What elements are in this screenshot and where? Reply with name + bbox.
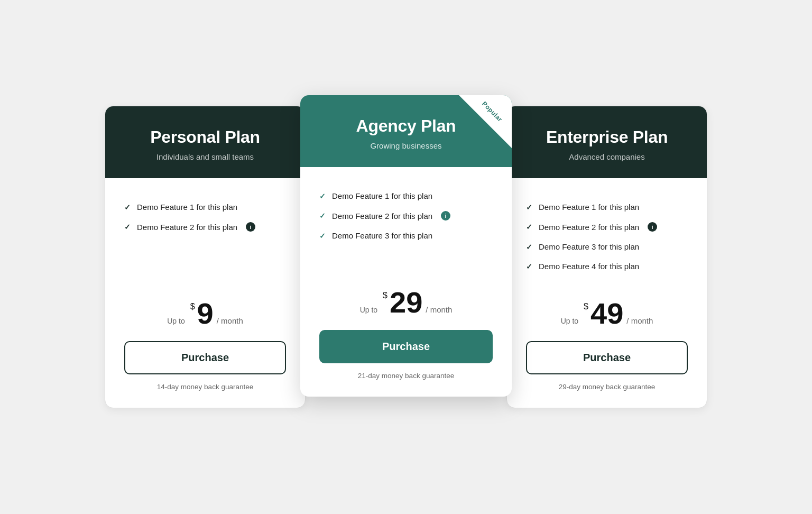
plan-card-personal: Personal PlanIndividuals and small teams… (105, 106, 306, 408)
price-period: / month (426, 305, 452, 314)
pricing-section: Up to$49/ month (526, 299, 688, 328)
price-label: Up to (360, 306, 377, 314)
price-amount: 49 (590, 299, 623, 328)
feature-text: Demo Feature 2 for this plan (539, 223, 639, 232)
plan-subtitle: Individuals and small teams (124, 152, 286, 161)
plan-header-enterprise: Enterprise PlanAdvanced companies (507, 106, 707, 178)
feature-item: ✓Demo Feature 4 for this plan (526, 256, 688, 276)
pricing-section: Up to$9/ month (124, 299, 286, 328)
feature-text: Demo Feature 3 for this plan (332, 231, 432, 240)
info-icon[interactable]: i (441, 211, 450, 221)
check-icon: ✓ (526, 203, 532, 212)
pricing-section: Up to$29/ month (319, 288, 493, 317)
features-list: ✓Demo Feature 1 for this plan✓Demo Featu… (526, 197, 688, 282)
feature-text: Demo Feature 1 for this plan (332, 191, 432, 200)
plan-body-personal: ✓Demo Feature 1 for this plan✓Demo Featu… (105, 178, 305, 408)
plan-title: Enterprise Plan (526, 127, 688, 147)
money-back-guarantee: 14-day money back guarantee (124, 383, 286, 391)
feature-text: Demo Feature 4 for this plan (539, 262, 639, 271)
purchase-button-personal[interactable]: Purchase (124, 341, 286, 374)
plan-card-enterprise: Enterprise PlanAdvanced companies✓Demo F… (506, 106, 707, 408)
price-currency: $ (383, 291, 387, 300)
check-icon: ✓ (124, 223, 131, 231)
price-currency: $ (584, 302, 588, 311)
feature-text: Demo Feature 1 for this plan (137, 203, 237, 212)
pricing-wrapper: Personal PlanIndividuals and small teams… (73, 85, 739, 429)
plan-title: Personal Plan (124, 127, 286, 147)
feature-text: Demo Feature 2 for this plan (137, 223, 237, 232)
feature-item: ✓Demo Feature 2 for this plani (526, 217, 688, 237)
feature-text: Demo Feature 2 for this plan (332, 212, 432, 221)
info-icon[interactable]: i (246, 222, 255, 232)
price-period: / month (626, 316, 653, 325)
feature-item: ✓Demo Feature 2 for this plani (124, 217, 286, 237)
features-list: ✓Demo Feature 1 for this plan✓Demo Featu… (124, 197, 286, 282)
price-period: / month (217, 316, 243, 325)
popular-badge: Popular (459, 95, 512, 148)
feature-text: Demo Feature 3 for this plan (539, 242, 639, 251)
purchase-button-agency[interactable]: Purchase (319, 330, 493, 363)
money-back-guarantee: 21-day money back guarantee (319, 372, 493, 380)
price-amount: 29 (390, 288, 422, 317)
price-label: Up to (167, 317, 184, 325)
info-icon[interactable]: i (648, 222, 657, 232)
money-back-guarantee: 29-day money back guarantee (526, 383, 688, 391)
check-icon: ✓ (319, 232, 326, 240)
check-icon: ✓ (124, 203, 131, 212)
feature-text: Demo Feature 1 for this plan (539, 203, 639, 212)
feature-item: ✓Demo Feature 2 for this plani (319, 206, 493, 226)
feature-item: ✓Demo Feature 1 for this plan (526, 197, 688, 217)
price-label: Up to (561, 317, 578, 325)
feature-item: ✓Demo Feature 3 for this plan (319, 226, 493, 245)
plan-header-personal: Personal PlanIndividuals and small teams (105, 106, 305, 178)
plan-body-agency: ✓Demo Feature 1 for this plan✓Demo Featu… (300, 167, 512, 397)
purchase-button-enterprise[interactable]: Purchase (526, 341, 688, 374)
check-icon: ✓ (319, 212, 326, 220)
price-currency: $ (190, 302, 195, 311)
popular-badge-text: Popular (473, 95, 512, 131)
plan-card-agency: PopularAgency PlanGrowing businesses✓Dem… (300, 95, 512, 397)
feature-item: ✓Demo Feature 1 for this plan (124, 197, 286, 217)
check-icon: ✓ (526, 262, 532, 271)
check-icon: ✓ (526, 223, 532, 231)
check-icon: ✓ (526, 243, 532, 251)
feature-item: ✓Demo Feature 3 for this plan (526, 237, 688, 256)
plan-body-enterprise: ✓Demo Feature 1 for this plan✓Demo Featu… (507, 178, 707, 408)
plan-subtitle: Advanced companies (526, 152, 688, 161)
check-icon: ✓ (319, 192, 326, 200)
feature-item: ✓Demo Feature 1 for this plan (319, 186, 493, 206)
features-list: ✓Demo Feature 1 for this plan✓Demo Featu… (319, 186, 493, 271)
price-amount: 9 (197, 299, 214, 328)
